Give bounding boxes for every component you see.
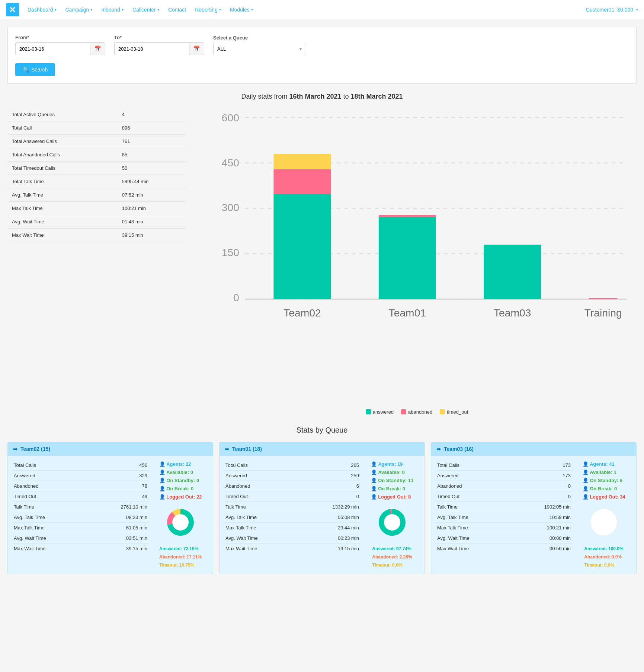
- queue-card-header: ➡ Team02 (15): [8, 442, 213, 456]
- answered-pct: Answered: 72.15%: [159, 545, 202, 553]
- queue-stat-value: 0: [356, 494, 359, 499]
- queue-arrow-icon: ➡: [436, 446, 441, 452]
- queue-stat-row: Avg. Wait Time 03:51 min: [12, 533, 149, 544]
- to-input[interactable]: [115, 43, 189, 55]
- bar-training-abandoned: [589, 298, 618, 299]
- standby-label: On Standby: 11: [378, 478, 413, 483]
- queue-stat-row: Timed Out 0: [224, 491, 361, 502]
- queue-stat-row: Avg. Talk Time 08:23 min: [12, 512, 149, 523]
- queue-stat-value: 61:05 min: [126, 525, 147, 531]
- abandoned-pct: Abandoned: 2.26%: [372, 553, 412, 561]
- donut-chart: [587, 506, 621, 539]
- stat-label: Max Talk Time: [7, 202, 118, 215]
- queue-stat-row: Timed Out 0: [436, 491, 572, 502]
- queue-stat-label: Talk Time: [225, 504, 246, 510]
- logo-icon: ✕: [6, 3, 19, 16]
- queue-stats-left: Total Calls 173 Answered 173 Abandoned 0…: [436, 460, 572, 569]
- queue-stat-label: Avg. Wait Time: [14, 535, 46, 541]
- chevron-down-icon: ▾: [251, 7, 253, 12]
- donut-percentages: Answered: 97.74% Abandoned: 2.26% Timeou…: [372, 545, 412, 569]
- break-label: On Break: 0: [378, 486, 405, 491]
- search-button[interactable]: 🔍 Search: [15, 63, 55, 76]
- available-icon: 👤: [159, 469, 165, 475]
- donut-chart: [164, 506, 197, 539]
- stats-table-row: Total Talk Time5995:44 min: [7, 175, 186, 188]
- queue-stat-label: Abandoned: [225, 483, 250, 489]
- available-icon: 👤: [583, 469, 589, 475]
- queue-select[interactable]: ALL Team01 Team02 Team03 Training: [214, 43, 295, 55]
- bar-team03-answered: [484, 245, 541, 299]
- chevron-down-icon[interactable]: ▾: [636, 7, 638, 12]
- nav-inbound[interactable]: Inbound ▾: [97, 4, 127, 15]
- nav-reporting[interactable]: Reporting ▾: [191, 4, 225, 15]
- queue-stat-row: Max Wait Time 00:50 min: [436, 544, 572, 554]
- queue-stat-value: 0: [568, 483, 571, 489]
- search-button-row: 🔍 Search: [15, 63, 629, 76]
- stats-table-row: Avg. Wait Time01:48 min: [7, 215, 186, 229]
- queue-stat-label: Avg. Talk Time: [225, 515, 257, 520]
- queue-name: Team01 (18): [232, 446, 262, 452]
- chevron-down-icon: ▾: [90, 7, 92, 12]
- from-calendar-button[interactable]: 📅: [90, 43, 105, 55]
- queue-card-body: Total Calls 173 Answered 173 Abandoned 0…: [431, 456, 636, 574]
- queue-stat-label: Avg. Wait Time: [225, 535, 258, 541]
- queue-card-team02: ➡ Team02 (15) Total Calls 456 Answered 3…: [7, 442, 213, 574]
- stats-table-row: Total Answered Calls761: [7, 135, 186, 148]
- bar-team01-abandoned: [379, 215, 436, 217]
- queue-stat-value: 173: [563, 462, 571, 468]
- nav-contact[interactable]: Contact: [164, 4, 190, 15]
- timeout-pct: Timeout: 0.0%: [584, 561, 623, 570]
- nav-modules[interactable]: Modules ▾: [226, 4, 257, 15]
- standby-icon: 👤: [159, 478, 165, 483]
- stat-value: 85: [118, 148, 186, 162]
- logout-icon: 👤: [159, 494, 165, 500]
- stats-table-row: Avg. Talk Time07:52 min: [7, 188, 186, 202]
- chart-legend: answered abandoned timed_out: [197, 409, 637, 415]
- queue-stat-label: Talk Time: [437, 504, 458, 510]
- stat-value: 896: [118, 121, 186, 135]
- nav-callcenter[interactable]: Callcenter ▾: [129, 4, 163, 15]
- nav-campaign[interactable]: Campaign ▾: [62, 4, 96, 15]
- stats-table-row: Total Timedout Calls50: [7, 162, 186, 175]
- queue-arrow-icon: ➡: [13, 446, 17, 452]
- donut-chart: [375, 506, 409, 539]
- agent-info: 👤 Agents: 41 👤 Available: 1 👤 On Standby…: [583, 460, 625, 501]
- queue-stat-row: Talk Time 1332:29 min: [224, 502, 361, 512]
- queue-stat-label: Max Wait Time: [437, 546, 469, 551]
- from-input[interactable]: [16, 43, 90, 55]
- nav-dashboard[interactable]: Dashboard ▾: [24, 4, 60, 15]
- logout-icon: 👤: [583, 494, 589, 500]
- nav-menu: Dashboard ▾ Campaign ▾ Inbound ▾ Callcen…: [24, 4, 586, 15]
- logout-label: Logged Out: 22: [166, 494, 202, 500]
- agent-icon: 👤: [371, 461, 377, 467]
- queue-stat-value: 03:51 min: [126, 535, 147, 541]
- donut-hole: [596, 514, 612, 531]
- svg-text:150: 150: [222, 246, 239, 258]
- timeout-pct: Timeout: 10.75%: [159, 561, 202, 570]
- queue-card-header: ➡ Team03 (16): [431, 442, 636, 456]
- queue-stat-label: Max Talk Time: [225, 525, 256, 531]
- logout-label: Logged Out: 8: [378, 494, 411, 500]
- queue-stat-value: 08:23 min: [126, 515, 147, 520]
- break-icon: 👤: [583, 486, 589, 491]
- donut-hole: [384, 514, 400, 531]
- queue-name: Team02 (15): [20, 446, 50, 452]
- agent-info: 👤 Agents: 19 👤 Available: 0 👤 On Standby…: [371, 460, 414, 501]
- queue-stat-row: Abandoned 78: [12, 481, 149, 491]
- logout-icon: 👤: [371, 494, 377, 500]
- queue-stat-row: Max Wait Time 39:15 min: [12, 544, 149, 554]
- stat-label: Total Talk Time: [7, 175, 118, 188]
- queue-stat-label: Total Calls: [14, 462, 36, 468]
- queue-stat-value: 19:15 min: [338, 546, 359, 551]
- bar-team01-answered: [379, 217, 436, 299]
- customer-balance: $0.000: [617, 7, 633, 13]
- customer-name[interactable]: Customer01: [586, 7, 614, 13]
- stat-label: Max Wait Time: [7, 229, 118, 242]
- standby-icon: 👤: [371, 478, 377, 483]
- bar-team02-abandoned: [273, 169, 331, 194]
- queue-stat-value: 49: [142, 494, 147, 499]
- available-icon: 👤: [371, 469, 377, 475]
- queue-stat-row: Max Talk Time 29:44 min: [224, 523, 361, 533]
- queue-stat-value: 1332:29 min: [332, 504, 359, 510]
- to-calendar-button[interactable]: 📅: [189, 43, 204, 55]
